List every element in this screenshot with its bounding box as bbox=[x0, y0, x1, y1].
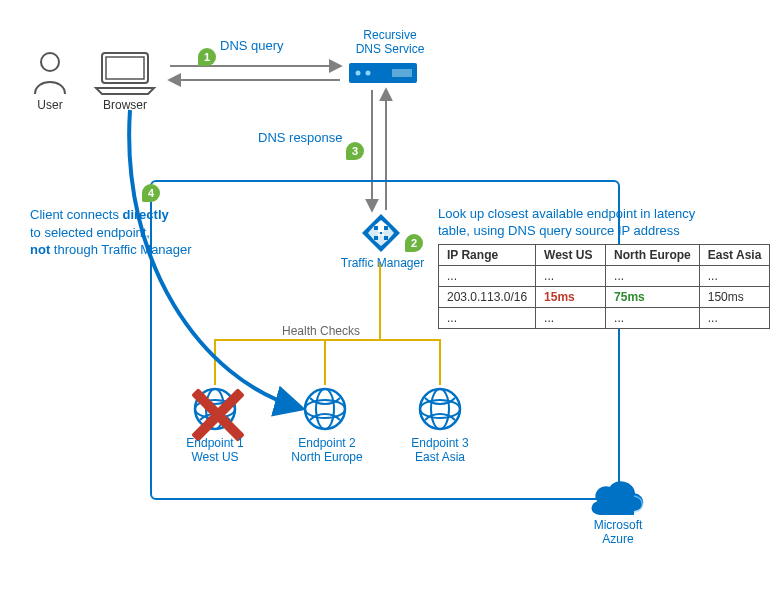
azure-l1: Microsoft bbox=[594, 518, 643, 532]
endpoint-3-label: Endpoint 3 East Asia bbox=[400, 436, 480, 465]
ep2-l1: Endpoint 2 bbox=[298, 436, 355, 450]
endpoint-2-icon bbox=[302, 386, 348, 435]
step-1-badge: 1 bbox=[198, 48, 216, 66]
svg-point-8 bbox=[356, 71, 361, 76]
latency-row: 203.0.113.0/1615ms75ms150ms bbox=[439, 287, 770, 308]
ep2-l2: North Europe bbox=[291, 450, 362, 464]
latency-cell: ... bbox=[606, 266, 700, 287]
browser-icon bbox=[90, 48, 160, 101]
dns-label-line2: DNS Service bbox=[356, 42, 425, 56]
latency-header: IP Range bbox=[439, 245, 536, 266]
latency-cell: 150ms bbox=[699, 287, 770, 308]
s4-l3a: not bbox=[30, 242, 50, 257]
latency-table: IP RangeWest USNorth EuropeEast Asia ...… bbox=[438, 244, 770, 329]
azure-label: Microsoft Azure bbox=[588, 518, 648, 547]
step-3-badge: 3 bbox=[346, 142, 364, 160]
latency-cell: 75ms bbox=[606, 287, 700, 308]
step-1-text: DNS query bbox=[220, 38, 284, 53]
health-checks-label: Health Checks bbox=[282, 324, 360, 338]
s4-l1b: directly bbox=[123, 207, 169, 222]
s4-l1a: Client connects bbox=[30, 207, 123, 222]
latency-cell: 203.0.113.0/16 bbox=[439, 287, 536, 308]
step-4-text: Client connects directly to selected end… bbox=[30, 206, 250, 259]
svg-marker-11 bbox=[362, 214, 400, 252]
browser-label: Browser bbox=[90, 98, 160, 112]
s4-l3b: through Traffic Manager bbox=[50, 242, 191, 257]
user-icon bbox=[30, 50, 70, 98]
latency-header: North Europe bbox=[606, 245, 700, 266]
latency-row: ............ bbox=[439, 266, 770, 287]
step-4-badge: 4 bbox=[142, 184, 160, 202]
azure-cloud-icon bbox=[584, 476, 648, 521]
traffic-manager-label: Traffic Manager bbox=[335, 256, 430, 270]
azure-l2: Azure bbox=[602, 532, 633, 546]
endpoint-2-label: Endpoint 2 North Europe bbox=[282, 436, 372, 465]
s4-l2: to selected endpoint, bbox=[30, 225, 150, 240]
dns-server-icon bbox=[348, 62, 418, 87]
user-label: User bbox=[30, 98, 70, 112]
dns-label: Recursive DNS Service bbox=[340, 28, 440, 57]
latency-cell: ... bbox=[699, 308, 770, 329]
ep1-l2: West US bbox=[191, 450, 238, 464]
latency-cell: ... bbox=[536, 308, 606, 329]
latency-cell: ... bbox=[699, 266, 770, 287]
svg-point-4 bbox=[41, 53, 59, 71]
latency-row: ............ bbox=[439, 308, 770, 329]
latency-header: East Asia bbox=[699, 245, 770, 266]
ep3-l1: Endpoint 3 bbox=[411, 436, 468, 450]
endpoint-1-label: Endpoint 1 West US bbox=[175, 436, 255, 465]
latency-cell: 15ms bbox=[536, 287, 606, 308]
latency-cell: ... bbox=[439, 266, 536, 287]
ep1-l1: Endpoint 1 bbox=[186, 436, 243, 450]
endpoint-3-icon bbox=[417, 386, 463, 435]
step-2-text: Look up closest available endpoint in la… bbox=[438, 206, 695, 240]
s2-l2: table, using DNS query source IP address bbox=[438, 223, 680, 238]
svg-rect-10 bbox=[392, 69, 412, 77]
latency-cell: ... bbox=[606, 308, 700, 329]
dns-label-line1: Recursive bbox=[363, 28, 416, 42]
ep3-l2: East Asia bbox=[415, 450, 465, 464]
latency-cell: ... bbox=[439, 308, 536, 329]
latency-header: West US bbox=[536, 245, 606, 266]
svg-point-9 bbox=[366, 71, 371, 76]
latency-cell: ... bbox=[536, 266, 606, 287]
step-3-text: DNS response bbox=[258, 130, 343, 145]
traffic-manager-icon bbox=[360, 212, 402, 257]
step-2-badge: 2 bbox=[405, 234, 423, 252]
svg-rect-6 bbox=[106, 57, 144, 79]
s2-l1: Look up closest available endpoint in la… bbox=[438, 206, 695, 221]
